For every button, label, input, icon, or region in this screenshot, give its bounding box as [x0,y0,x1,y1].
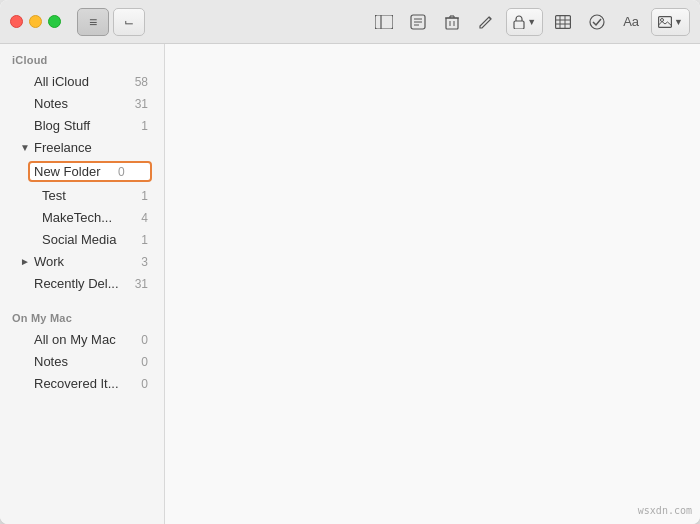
delete-button[interactable] [438,8,466,36]
svg-rect-15 [556,15,571,28]
titlebar: ≡ ⌙ [0,0,700,44]
svg-line-13 [489,17,491,19]
sidebar-item-label: Recently Del... [34,276,135,291]
sidebar-item-all-icloud[interactable]: All iCloud 58 [4,71,160,92]
sidebar-item-label: All on My Mac [34,332,141,347]
compose-icon [478,14,494,30]
sidebar-item-notes[interactable]: Notes 31 [4,93,160,114]
sidebar-item-count: 31 [135,277,148,291]
compose-button[interactable] [472,8,500,36]
watermark: wsxdn.com [638,505,692,516]
checklist-button[interactable] [583,8,611,36]
list-view-button[interactable]: ≡ [77,8,109,36]
icloud-section-header: iCloud [0,44,164,70]
sidebar-item-label: Work [34,254,141,269]
notes-list-button[interactable] [404,8,432,36]
sidebar-item-new-folder[interactable]: 0 [4,159,160,184]
sidebar-item-work[interactable]: ► Work 3 [4,251,160,272]
sidebar-item-count: 4 [141,211,148,225]
trash-icon [445,14,459,30]
app-window: ≡ ⌙ [0,0,700,524]
sidebar-item-count: 0 [141,377,148,391]
sidebar-item-label: MakeTech... [42,210,141,225]
sidebar-item-freelance[interactable]: ▼ Freelance [4,137,160,158]
grid-view-icon: ⌙ [124,15,134,29]
sidebar-item-recently-deleted[interactable]: Recently Del... 31 [4,273,160,294]
close-button[interactable] [10,15,23,28]
sidebar: iCloud All iCloud 58 Notes 31 Blog Stuff… [0,44,165,524]
on-my-mac-section-header: On My Mac [0,302,164,328]
format-button[interactable]: Aa [617,8,645,36]
sidebar-item-count: 1 [141,119,148,133]
minimize-button[interactable] [29,15,42,28]
svg-point-20 [590,15,604,29]
sidebar-item-notes-mac[interactable]: Notes 0 [4,351,160,372]
sidebar-item-count: 1 [141,233,148,247]
sidebar-item-all-on-my-mac[interactable]: All on My Mac 0 [4,329,160,350]
sidebar-item-recovered[interactable]: Recovered It... 0 [4,373,160,394]
svg-rect-0 [375,15,393,29]
toolbar-right: ▼ Aa [370,8,690,36]
sidebar-item-count: 58 [135,75,148,89]
sidebar-item-label: Test [42,188,141,203]
table-button[interactable] [549,8,577,36]
svg-rect-21 [659,16,672,27]
traffic-lights [10,15,61,28]
media-button[interactable]: ▼ [651,8,690,36]
sidebar-item-social-media[interactable]: Social Media 1 [4,229,160,250]
checklist-icon [589,14,605,30]
table-icon [555,15,571,29]
main-content: iCloud All iCloud 58 Notes 31 Blog Stuff… [0,44,700,524]
collapse-arrow-icon: ► [20,256,30,267]
new-folder-input[interactable] [34,164,114,179]
notes-list-icon [410,14,426,30]
lock-icon [513,15,525,29]
sidebar-item-count: 3 [141,255,148,269]
sidebar-item-label: Recovered It... [34,376,141,391]
sidebar-item-label: All iCloud [34,74,135,89]
svg-rect-14 [514,21,524,29]
list-view-icon: ≡ [89,14,97,30]
expand-arrow-icon: ▼ [20,142,30,153]
sidebar-toggle-icon [375,15,393,29]
sidebar-item-count: 0 [141,355,148,369]
sidebar-item-label: Freelance [34,140,148,155]
sidebar-item-count: 1 [141,189,148,203]
note-content-area[interactable] [165,44,700,524]
sidebar-item-count: 31 [135,97,148,111]
format-icon: Aa [623,14,639,29]
svg-rect-6 [446,18,458,29]
media-dropdown-arrow: ▼ [674,17,683,27]
sidebar-item-blog-stuff[interactable]: Blog Stuff 1 [4,115,160,136]
media-icon [658,16,672,28]
sidebar-item-label: Notes [34,96,135,111]
sidebar-item-label: Blog Stuff [34,118,141,133]
lock-dropdown-arrow: ▼ [527,17,536,27]
grid-view-button[interactable]: ⌙ [113,8,145,36]
new-folder-input-wrapper: 0 [28,161,152,182]
lock-button[interactable]: ▼ [506,8,543,36]
view-toggle-buttons: ≡ ⌙ [77,8,145,36]
sidebar-item-maketech[interactable]: MakeTech... 4 [4,207,160,228]
sidebar-item-label: Social Media [42,232,141,247]
sidebar-toggle-button[interactable] [370,8,398,36]
sidebar-item-count: 0 [141,333,148,347]
maximize-button[interactable] [48,15,61,28]
sidebar-item-test[interactable]: Test 1 [4,185,160,206]
new-folder-count: 0 [118,165,125,179]
sidebar-item-label: Notes [34,354,141,369]
